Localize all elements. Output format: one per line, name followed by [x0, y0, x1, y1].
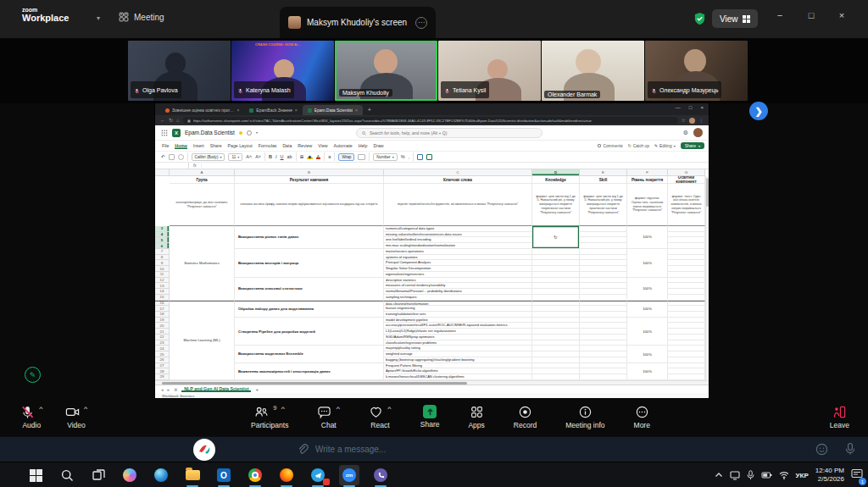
sheet-result-cell[interactable]: Створення Pipeline для розробки моделей — [235, 318, 384, 346]
back-icon[interactable]: ← — [160, 118, 165, 123]
sheet-cell[interactable] — [668, 351, 705, 357]
more-button[interactable]: More — [634, 405, 650, 429]
sheet-description-cell[interactable]: ключова частина брифу, навколо котрих ві… — [235, 184, 384, 226]
menu-review[interactable]: Review — [298, 143, 312, 149]
video-options-chevron[interactable]: ^ — [84, 406, 88, 412]
video-button[interactable]: ^ Video — [65, 405, 88, 429]
tab-close-icon[interactable]: × — [236, 108, 239, 113]
participant-tile[interactable]: Tetiana Kysil — [438, 41, 541, 101]
gear-icon[interactable]: ⚙ — [683, 130, 688, 136]
taskbar-telegram-icon[interactable] — [308, 465, 328, 485]
sheet-cell[interactable] — [580, 260, 627, 266]
account-avatar[interactable] — [693, 128, 703, 137]
sheet-keyword-cell[interactable]: accuracy/precision/recall/F1-score/ROC-A… — [384, 323, 532, 329]
sheet-coverage-cell[interactable]: 100% — [627, 226, 668, 249]
column-header[interactable]: E — [580, 169, 627, 176]
apps-button[interactable]: Apps — [468, 405, 484, 429]
row-header[interactable]: 5 — [155, 237, 170, 243]
row-header[interactable]: 8 — [155, 255, 170, 261]
format-painter-icon[interactable] — [178, 154, 184, 160]
sheet-keyword-cell[interactable]: feature engineering — [384, 306, 532, 312]
sheet-cell[interactable] — [532, 374, 580, 380]
sheet-description-cell[interactable]: формат: відсоток. Оцінка того, наскільки… — [627, 184, 668, 226]
sheet-coverage-cell[interactable]: 100% — [627, 363, 668, 380]
row-header[interactable]: 19 — [155, 318, 170, 324]
sheet-cell[interactable] — [668, 232, 705, 238]
row-header[interactable]: 11 — [155, 272, 170, 278]
sheet-list-icon[interactable]: ≣ — [174, 387, 177, 392]
sheet-keyword-cell[interactable]: systems of equations — [384, 255, 532, 261]
browser-menu-icon[interactable]: ⋮ — [698, 118, 704, 123]
chat-button[interactable]: ^ Chat — [317, 405, 340, 429]
browser-maximize-icon[interactable]: □ — [689, 105, 693, 110]
sheet-result-cell[interactable]: Використання різних типів даних — [235, 226, 384, 249]
sheet-cell[interactable] — [668, 368, 705, 374]
sheet-keyword-cell[interactable]: eigenvalues/eigenvectors — [384, 272, 532, 278]
sheet-result-cell[interactable]: Виявлення закономірностей і кластеризаці… — [235, 363, 384, 380]
sheet-cell[interactable] — [532, 312, 580, 318]
search-input[interactable]: Search for tools, help, and more (Alt + … — [356, 128, 542, 138]
sheet-keyword-cell[interactable]: measures of central tendency/variability — [384, 283, 532, 289]
participant-tile[interactable]: Олександр Мазурець — [645, 41, 748, 101]
sheet-cell[interactable] — [532, 329, 580, 335]
participants-button[interactable]: 9 ^ Participants — [251, 405, 288, 429]
sheet-cell[interactable] — [532, 363, 580, 369]
sheet-keyword-cell[interactable]: numerical/categorical data types — [384, 226, 532, 232]
sheet-keyword-cell[interactable]: descriptive statistics — [384, 278, 532, 284]
row-header[interactable]: 12 — [155, 278, 170, 284]
row-header[interactable]: 28 — [155, 368, 170, 374]
row-header[interactable]: 18 — [155, 312, 170, 318]
sheet-cell[interactable] — [532, 260, 580, 266]
sheet-keyword-cell[interactable]: SGD/Adam/RMSprop optimizers — [384, 335, 532, 340]
row-header[interactable]: 21 — [155, 329, 170, 335]
sheet-keyword-cell[interactable]: L1(Lasso)/L2(Ridge)/elastic net regulari… — [384, 329, 532, 335]
sheet-header-cell[interactable]: Skill — [580, 176, 627, 184]
sheet-cell[interactable] — [580, 278, 627, 284]
sheet-cell[interactable] — [580, 255, 627, 261]
sheet-cell[interactable] — [580, 295, 627, 301]
participant-tile[interactable]: Olexander Barmak — [542, 41, 644, 101]
comments-button[interactable]: Comments — [598, 144, 622, 148]
menu-help[interactable]: Help — [359, 143, 368, 149]
sheet-cell[interactable] — [580, 232, 627, 238]
sheet-cell[interactable] — [668, 289, 705, 295]
row-header[interactable]: 27 — [155, 363, 170, 369]
language-indicator[interactable]: УКР — [796, 472, 809, 479]
menu-share[interactable]: Share — [210, 143, 222, 149]
sheet-cell[interactable] — [668, 346, 705, 351]
sheet-cell[interactable] — [668, 374, 705, 380]
url-field[interactable]: https://softserveinc.sharepoint.com/:x:/… — [183, 117, 678, 124]
column-header[interactable]: F — [627, 169, 668, 176]
catchup-button[interactable]: ↻Catch up — [628, 144, 649, 148]
comma-style-icon[interactable]: , — [409, 154, 410, 159]
sheet-nav-right-icon[interactable]: ▸ — [168, 387, 170, 392]
menu-data[interactable]: Data — [282, 143, 292, 149]
sheet-description-cell[interactable]: формат: текст. Один або кілька освітніх … — [668, 184, 705, 226]
tab-shared-screen[interactable]: Maksym Khudoliy's screen ⋯ — [280, 7, 436, 38]
row-header[interactable]: 16 — [155, 301, 170, 307]
sheet-keyword-cell[interactable]: model development pipeline — [384, 318, 532, 324]
sheet-keyword-cell[interactable]: normal/binomial/Poisson/... probability … — [384, 289, 532, 295]
workbook-statistics-label[interactable]: Workbook Statistics — [162, 394, 194, 398]
row-header[interactable]: 13 — [155, 283, 170, 289]
editing-mode-button[interactable]: ✎Editing▾ — [654, 144, 676, 148]
sheet-coverage-cell[interactable]: 100% — [627, 278, 668, 301]
taskbar-zoom-icon[interactable]: zm — [339, 465, 359, 485]
sheet-cell[interactable] — [668, 329, 705, 335]
menu-automate[interactable]: Automate — [334, 143, 353, 149]
row-header[interactable]: 14 — [155, 289, 170, 295]
sheet-cell[interactable] — [580, 329, 627, 335]
sheet-cell[interactable] — [668, 306, 705, 312]
refresh-icon[interactable]: ↻ — [169, 118, 173, 123]
sheet-keyword-cell[interactable]: classification/regression problems — [384, 340, 532, 346]
sheet-keyword-cell[interactable]: majority/plurality voting — [384, 346, 532, 351]
sheet-cell[interactable] — [668, 272, 705, 278]
home-icon[interactable]: ⌂ — [176, 118, 180, 123]
conditional-formatting-icon[interactable] — [417, 154, 423, 160]
select-all-corner[interactable] — [155, 169, 170, 176]
sheet-description-cell[interactable]: формат: ціле число від 1 до 5. Навчальни… — [532, 184, 580, 226]
strikethrough-button[interactable]: ab — [287, 154, 292, 159]
sheet-cell[interactable] — [668, 255, 705, 261]
name-box[interactable] — [155, 163, 189, 169]
sheet-cell[interactable] — [580, 289, 627, 295]
